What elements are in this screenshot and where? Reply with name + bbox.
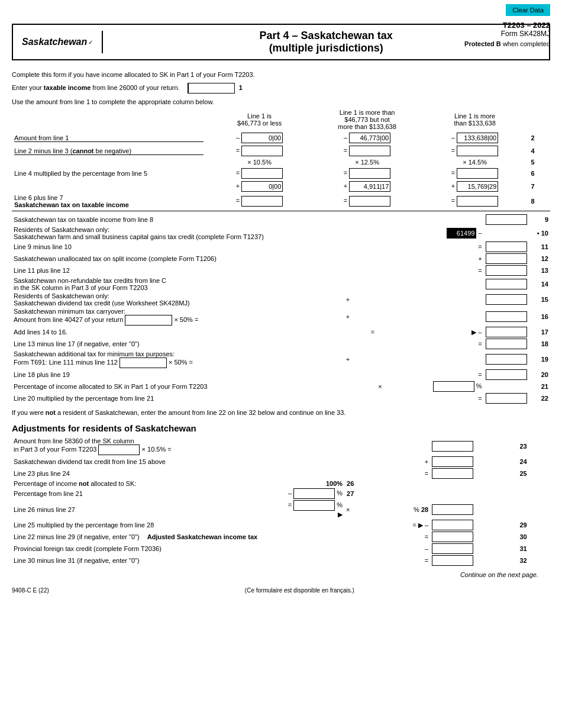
line3-col2-input[interactable]	[349, 146, 390, 156]
line24-input[interactable]	[432, 456, 473, 467]
line8-number: 8	[529, 193, 550, 210]
logo-check: ✓	[88, 39, 93, 46]
line20-input[interactable]	[486, 369, 527, 380]
line13-input[interactable]	[486, 265, 527, 276]
line27-label: Percentage from line 21	[12, 488, 280, 500]
line9-row: Saskatchewan tax on taxable income from …	[12, 214, 550, 226]
continue-text: Continue on the next page.	[12, 571, 538, 578]
line1-number: 1	[239, 84, 243, 91]
line15-input[interactable]	[486, 294, 527, 305]
content-area: Complete this form if you have income al…	[12, 60, 550, 578]
line2-col1-input[interactable]: 0|00	[241, 133, 283, 143]
line23-input[interactable]	[432, 441, 473, 452]
line6-col2-input[interactable]	[349, 168, 390, 179]
line3-col1: =	[206, 144, 314, 157]
line29-input[interactable]	[432, 520, 473, 530]
line11-row: Line 9 minus line 10 = 11	[12, 241, 550, 253]
line6-col1-input[interactable]	[241, 168, 283, 179]
line30-input[interactable]	[432, 531, 473, 542]
line11-input[interactable]	[486, 241, 527, 252]
line14-label: Saskatchewan non-refundable tax credits …	[12, 276, 344, 292]
line8-col3-input[interactable]	[457, 196, 498, 207]
not-resident-note: If you were not a resident of Saskatchew…	[12, 409, 550, 416]
line25-input[interactable]	[432, 468, 473, 479]
line2-col3-input[interactable]: 133,638|00	[457, 133, 498, 143]
line8-col1: =	[206, 193, 314, 210]
line28-input-pct[interactable]	[293, 500, 335, 511]
clear-data-button[interactable]: Clear Data	[506, 4, 550, 16]
line8-col2-input[interactable]	[349, 196, 390, 207]
line31-input[interactable]	[432, 543, 473, 554]
line19-input[interactable]	[486, 354, 527, 365]
line7-number: 7	[529, 180, 550, 193]
line19-label: Saskatchewan additional tax for minimum …	[12, 350, 344, 369]
line23-label: Amount from line 58360 of the SK column …	[12, 437, 280, 456]
line21-row: Percentage of income allocated to SK in …	[12, 381, 550, 392]
line6-row: Line 4 multiplied by the percentage from…	[12, 167, 550, 180]
line16-input[interactable]	[486, 311, 527, 322]
line24-label: Saskatchewan dividend tax credit from li…	[12, 456, 280, 468]
form-info: T2203 – 2022 Form SK428MJ Protected B wh…	[464, 21, 550, 47]
line17-label: Add lines 14 to 16.	[12, 326, 344, 338]
line7-label	[12, 180, 206, 193]
line24-row: Saskatchewan dividend tax credit from li…	[12, 456, 550, 468]
line3-col3-input[interactable]	[457, 146, 498, 156]
line4-number: 4	[529, 144, 550, 157]
adjustments-table: Amount from line 58360 of the SK column …	[12, 437, 550, 566]
line26-row: Percentage of income not allocated to SK…	[12, 479, 550, 488]
line2-number: 2	[529, 131, 550, 144]
line19-input-left[interactable]	[119, 357, 167, 368]
line2-col2: – 46,773|00	[314, 131, 421, 144]
bold-taxable-income: taxable income	[44, 84, 91, 91]
line16-row: Saskatchewan minimum tax carryover: Amou…	[12, 307, 550, 326]
line27-input[interactable]	[293, 488, 335, 499]
line23-input-left[interactable]	[98, 444, 140, 455]
line3-col1-input[interactable]	[241, 146, 283, 156]
line29-row: Line 25 multiplied by the percentage fro…	[12, 519, 550, 531]
line7-col1-input[interactable]: 0|00	[241, 181, 283, 192]
line21-pct-input[interactable]	[433, 381, 474, 392]
line9-input[interactable]	[486, 214, 527, 225]
line32-input[interactable]	[432, 555, 473, 566]
line31-row: Provincial foreign tax credit (complete …	[12, 543, 550, 555]
french-text: (Ce formulaire est disponible en françai…	[245, 587, 354, 594]
line14-input[interactable]	[486, 279, 527, 289]
line22-input[interactable]	[486, 393, 527, 404]
adjustments-header: Adjustments for residents of Saskatchewa…	[12, 423, 550, 433]
three-column-table: Line 1 is $46,773 or less Line 1 is more…	[12, 108, 550, 210]
line18-label: Line 13 minus line 17 (if negative, ente…	[12, 338, 344, 350]
line7-col3: + 15,769|29	[421, 180, 529, 193]
form-name: Form SK428MJ	[464, 30, 550, 38]
line6-number: 6	[529, 167, 550, 180]
form-code: 9408-C E (22)	[12, 587, 49, 594]
line2-col1: – 0|00	[206, 131, 314, 144]
line18-input[interactable]	[486, 339, 527, 349]
line30-row: Line 22 minus line 29 (if negative, ente…	[12, 531, 550, 543]
line12-input[interactable]	[486, 253, 527, 264]
col3-header: Line 1 is more than $133,638	[421, 108, 529, 131]
line28-input[interactable]	[432, 504, 473, 515]
line8-col3: =	[421, 193, 529, 210]
line6-col2: =	[314, 167, 421, 180]
line2-col3: – 133,638|00	[421, 131, 529, 144]
line32-row: Line 30 minus line 31 (if negative, ente…	[12, 555, 550, 566]
intro-line2: Enter your taxable income from line 2600…	[12, 83, 550, 94]
line20-row: Line 18 plus line 19 = 20	[12, 369, 550, 381]
line17-input[interactable]	[486, 327, 527, 337]
line22-row: Line 20 multiplied by the percentage fro…	[12, 392, 550, 404]
line11-label: Line 9 minus line 10	[12, 241, 344, 253]
protected-label: Protected B when completed	[464, 40, 550, 47]
line20-label: Line 18 plus line 19	[12, 369, 344, 381]
line5-col3: × 14.5%	[421, 157, 529, 167]
line16-label: Saskatchewan minimum tax carryover: Amou…	[12, 307, 344, 326]
line7-col2-input[interactable]: 4,911|17	[349, 181, 390, 192]
line7-col3-input[interactable]: 15,769|29	[457, 181, 498, 192]
line10-highlighted-val[interactable]: 61499	[447, 228, 476, 239]
intro-line3: Use the amount from line 1 to complete t…	[12, 98, 550, 105]
line6-col3-input[interactable]	[457, 168, 498, 179]
line16-input-left[interactable]	[125, 315, 172, 326]
line3-row: Line 2 minus line 3 (cannot be negative)…	[12, 144, 550, 157]
line8-col1-input[interactable]	[241, 196, 283, 207]
line5-col2: × 12.5%	[314, 157, 421, 167]
line2-col2-input[interactable]: 46,773|00	[349, 133, 390, 143]
